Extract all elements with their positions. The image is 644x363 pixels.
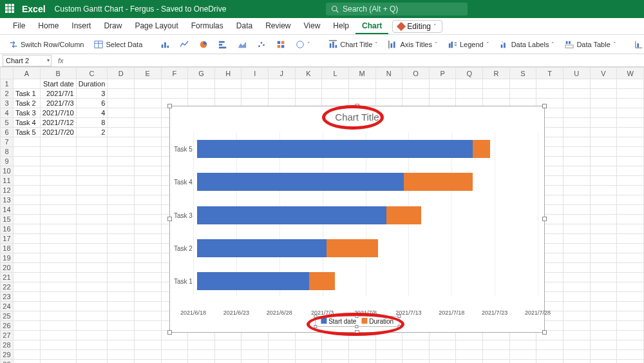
row-header[interactable]: 21	[1, 273, 14, 282]
cell[interactable]	[563, 244, 590, 253]
cell[interactable]	[108, 79, 135, 89]
cell[interactable]	[590, 244, 617, 253]
cell[interactable]	[348, 360, 375, 364]
row-header[interactable]: 23	[1, 292, 14, 302]
cell[interactable]	[134, 108, 161, 118]
tab-help[interactable]: Help	[327, 19, 355, 34]
cell[interactable]	[40, 224, 76, 234]
cell[interactable]	[269, 360, 296, 364]
cell[interactable]	[563, 157, 590, 166]
cell[interactable]	[563, 360, 590, 364]
cell[interactable]	[214, 360, 242, 364]
cell[interactable]	[536, 360, 564, 364]
cell[interactable]	[483, 340, 510, 350]
cell[interactable]	[188, 79, 215, 89]
cell[interactable]	[590, 331, 617, 340]
cell[interactable]	[108, 350, 135, 360]
cell[interactable]	[563, 234, 590, 244]
cell[interactable]	[322, 360, 349, 364]
cell[interactable]	[590, 224, 617, 234]
cell[interactable]	[402, 89, 430, 99]
chart-type-line-icon[interactable]	[176, 38, 193, 51]
cell[interactable]	[76, 176, 108, 186]
bar-segment-duration[interactable]	[473, 140, 490, 158]
cell[interactable]: Duration	[76, 79, 108, 89]
cell[interactable]	[456, 79, 483, 89]
cell[interactable]	[617, 234, 644, 244]
cell[interactable]	[348, 89, 375, 99]
cell[interactable]: Task 2	[13, 99, 40, 108]
cell[interactable]	[13, 350, 40, 360]
cell[interactable]	[76, 350, 108, 360]
row-header[interactable]: 26	[1, 321, 14, 331]
row-header[interactable]: 3	[1, 99, 14, 108]
cell[interactable]: 6	[76, 99, 108, 108]
axis-titles-button[interactable]: Axis Titles˅	[384, 38, 442, 51]
cell[interactable]	[563, 89, 590, 99]
cell[interactable]	[76, 137, 108, 147]
tab-chart[interactable]: Chart	[355, 19, 388, 34]
cell[interactable]	[40, 137, 76, 147]
cell[interactable]	[13, 137, 40, 147]
chart-title[interactable]: Chart Title	[170, 112, 544, 123]
row-header[interactable]: 19	[1, 253, 14, 263]
cell[interactable]	[108, 224, 135, 234]
row-header[interactable]: 6	[1, 128, 14, 137]
cell[interactable]: 2021/7/20	[40, 128, 76, 137]
cell[interactable]	[375, 360, 402, 364]
row-header[interactable]: 9	[1, 157, 14, 166]
cell[interactable]	[134, 321, 161, 331]
cell[interactable]	[617, 282, 644, 292]
chart-type-scatter-icon[interactable]	[253, 38, 270, 51]
cell[interactable]	[13, 79, 40, 89]
cell[interactable]	[563, 340, 590, 350]
cell[interactable]	[188, 340, 215, 350]
cell[interactable]	[134, 311, 161, 321]
row-header[interactable]: 8	[1, 147, 14, 157]
cell[interactable]	[563, 186, 590, 195]
cell[interactable]	[590, 99, 617, 108]
cell[interactable]	[563, 331, 590, 340]
column-header[interactable]: A	[13, 68, 40, 79]
cell[interactable]	[563, 215, 590, 224]
cell[interactable]	[295, 89, 322, 99]
cell[interactable]: 3	[76, 89, 108, 99]
cell[interactable]	[134, 234, 161, 244]
cell[interactable]	[161, 89, 188, 99]
fx-icon[interactable]: fx	[58, 57, 64, 64]
cell[interactable]	[134, 244, 161, 253]
row-header[interactable]: 16	[1, 224, 14, 234]
cell[interactable]: 2021/7/12	[40, 118, 76, 128]
cell[interactable]	[134, 137, 161, 147]
cell[interactable]	[188, 350, 215, 360]
cell[interactable]	[590, 147, 617, 157]
axes-button[interactable]: Axes˅	[630, 38, 644, 51]
cell[interactable]	[242, 89, 269, 99]
cell[interactable]	[590, 108, 617, 118]
cell[interactable]	[40, 215, 76, 224]
cell[interactable]	[188, 360, 215, 364]
tab-data[interactable]: Data	[230, 19, 259, 34]
cell[interactable]	[563, 79, 590, 89]
cell[interactable]	[322, 89, 349, 99]
cell[interactable]	[108, 186, 135, 195]
cell[interactable]	[617, 244, 644, 253]
cell[interactable]	[13, 253, 40, 263]
cell[interactable]	[536, 79, 564, 89]
cell[interactable]	[134, 273, 161, 282]
cell[interactable]	[563, 292, 590, 302]
cell[interactable]	[563, 311, 590, 321]
cell[interactable]	[429, 350, 456, 360]
cell[interactable]	[617, 108, 644, 118]
column-header[interactable]: H	[214, 68, 242, 79]
cell[interactable]	[617, 137, 644, 147]
resize-handle[interactable]	[542, 104, 547, 108]
cell[interactable]	[617, 253, 644, 263]
cell[interactable]	[402, 79, 430, 89]
cell[interactable]	[563, 302, 590, 311]
cell[interactable]	[134, 99, 161, 108]
cell[interactable]	[590, 253, 617, 263]
row-header[interactable]: 7	[1, 137, 14, 147]
cell[interactable]	[76, 360, 108, 364]
cell[interactable]: Task 1	[13, 89, 40, 99]
